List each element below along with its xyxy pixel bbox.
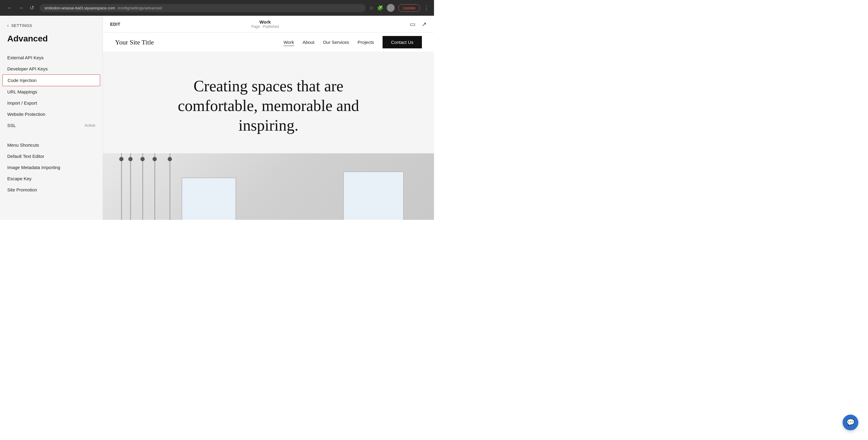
site-preview: Your Site Title Work About Our Services … [103,33,434,220]
curtain-circle-2 [128,157,132,161]
sidebar-item-label: URL Mappings [7,89,37,94]
sidebar-item-ssl[interactable]: SSL Active [0,120,102,131]
preview-pane: EDIT Work Page · Published ▭ ↗ Your Site… [103,16,434,220]
extensions-icon[interactable]: 🧩 [377,5,383,11]
sidebar-item-label: External API Keys [7,55,43,60]
back-button[interactable]: ← [5,4,14,12]
sidebar-item-label: Site Promotion [7,187,37,192]
app-layout: ‹ SETTINGS Advanced External API Keys De… [0,16,434,220]
sidebar-item-developer-api-keys[interactable]: Developer API Keys [0,63,102,74]
ssl-status-badge: Active [85,123,95,128]
sidebar-section-main: External API Keys Developer API Keys Cod… [0,52,102,131]
bookmark-icon[interactable]: ☆ [369,5,373,11]
sidebar-item-external-api-keys[interactable]: External API Keys [0,52,102,63]
forward-button[interactable]: → [17,4,25,12]
nav-link-work[interactable]: Work [284,40,294,45]
url-path: /config/settings/advanced [117,6,162,10]
site-nav-links: Work About Our Services Projects Contact… [284,36,422,48]
sidebar: ‹ SETTINGS Advanced External API Keys De… [0,16,103,220]
sidebar-item-escape-key[interactable]: Escape Key [0,173,102,184]
settings-back-label: SETTINGS [11,23,32,28]
window-box-1 [182,177,236,220]
site-logo: Your Site Title [115,38,154,46]
sidebar-item-url-mappings[interactable]: URL Mappings [0,86,102,97]
page-info: Work Page · Published [251,19,279,29]
sidebar-item-import-export[interactable]: Import / Export [0,97,102,108]
nav-link-about[interactable]: About [303,40,314,45]
curtain-circle-1 [119,157,123,161]
sidebar-item-menu-shortcuts[interactable]: Menu Shortcuts [0,139,102,150]
nav-link-our-services[interactable]: Our Services [323,40,349,45]
sidebar-section-extra: Menu Shortcuts Default Text Editor Image… [0,139,102,195]
site-nav: Your Site Title Work About Our Services … [103,33,434,52]
sidebar-title: Advanced [0,34,102,52]
sidebar-item-image-metadata-importing[interactable]: Image Metadata Importing [0,162,102,173]
update-button[interactable]: Update [398,4,420,12]
edit-button[interactable]: EDIT [110,22,120,27]
preview-toolbar: EDIT Work Page · Published ▭ ↗ [103,16,434,33]
reload-button[interactable]: ↺ [28,3,36,12]
sidebar-item-label: Import / Export [7,100,37,106]
curtain-line-4 [154,153,155,220]
curtain-circle-5 [168,157,172,161]
sidebar-item-label: Developer API Keys [7,66,48,71]
sidebar-item-label: Menu Shortcuts [7,142,39,147]
hero-text: Creating spaces that are comfortable, me… [162,76,374,135]
page-meta: Page · Published [251,25,279,29]
sidebar-item-label: Default Text Editor [7,154,44,159]
nav-link-projects[interactable]: Projects [358,40,374,45]
external-link-button[interactable]: ↗ [422,21,427,28]
sidebar-item-label: Escape Key [7,176,31,181]
curtain-line-1 [121,153,122,220]
browser-chrome: ← → ↺ smilodon-wrasse-bat3.squarespace.c… [0,0,434,16]
mobile-icon: ▭ [410,21,415,28]
back-arrow-icon: ‹ [7,23,9,28]
address-bar[interactable]: smilodon-wrasse-bat3.squarespace.com /co… [40,4,366,12]
more-options-icon[interactable]: ⋮ [424,4,429,11]
window-box-2 [343,171,404,220]
site-image-section [103,153,434,220]
sidebar-back-button[interactable]: ‹ SETTINGS [0,23,102,34]
site-hero: Creating spaces that are comfortable, me… [103,52,434,153]
curtain-circle-4 [153,157,157,161]
contact-us-button[interactable]: Contact Us [382,36,422,48]
url-base: smilodon-wrasse-bat3.squarespace.com [44,6,115,10]
external-link-icon: ↗ [422,21,427,28]
curtain-line-3 [142,153,143,220]
sidebar-item-code-injection[interactable]: Code Injection [2,74,100,86]
sidebar-divider [0,133,102,139]
sidebar-item-site-promotion[interactable]: Site Promotion [0,184,102,195]
page-name: Work [251,19,279,25]
user-avatar[interactable] [387,4,395,12]
sidebar-item-label: SSL [7,123,16,128]
curtain-circle-3 [141,157,145,161]
mobile-preview-button[interactable]: ▭ [410,21,415,28]
sidebar-item-label: Code Injection [7,78,37,83]
sidebar-item-label: Image Metadata Importing [7,165,60,170]
sidebar-item-website-protection[interactable]: Website Protection [0,108,102,120]
browser-actions: ☆ 🧩 Update ⋮ [369,4,429,12]
toolbar-icons: ▭ ↗ [410,21,427,28]
curtain-line-2 [130,153,131,220]
nav-buttons: ← → ↺ [5,3,36,12]
sidebar-item-default-text-editor[interactable]: Default Text Editor [0,150,102,162]
curtain-line-5 [169,153,170,220]
sidebar-item-label: Website Protection [7,111,45,117]
